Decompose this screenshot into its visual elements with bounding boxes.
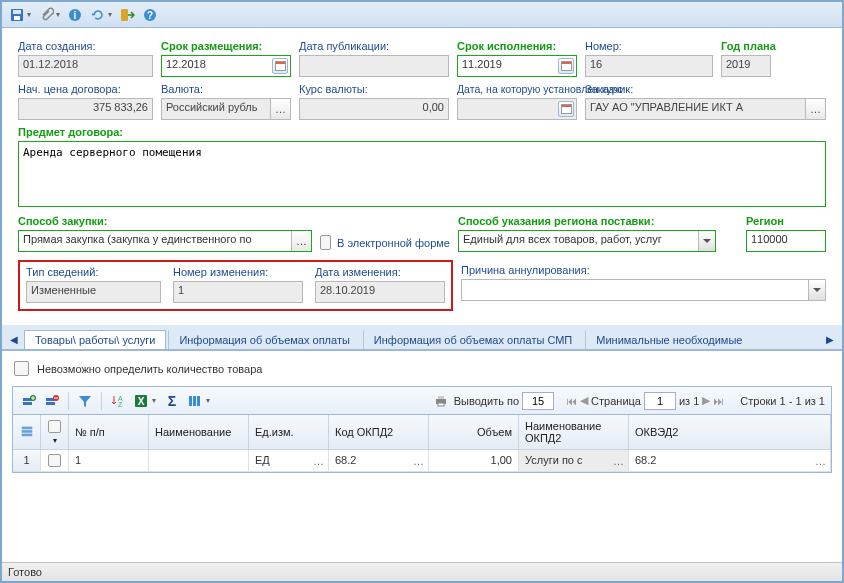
svg-rect-24: [438, 403, 444, 406]
tab-payment-info[interactable]: Информация об объемах оплаты: [168, 330, 360, 349]
refresh-icon[interactable]: [87, 4, 109, 26]
field-placement-deadline[interactable]: 12.2018: [161, 55, 291, 77]
field-page-size[interactable]: [522, 392, 554, 410]
help-icon[interactable]: ?: [139, 4, 161, 26]
field-plan-year: 2019: [721, 55, 771, 77]
field-date-created: 01.12.2018: [18, 55, 153, 77]
label-execution-deadline: Срок исполнения:: [457, 40, 577, 52]
svg-rect-1: [13, 10, 21, 14]
tab-minimum-req[interactable]: Минимальные необходимые: [585, 330, 753, 349]
grid-add-icon[interactable]: [19, 391, 39, 411]
label-page: Страница: [591, 395, 641, 407]
cell-okpd2[interactable]: 68.2…: [329, 450, 429, 472]
calendar-icon[interactable]: [558, 58, 574, 74]
grid-print-icon[interactable]: [431, 391, 451, 411]
cell-okved2[interactable]: 68.2…: [629, 450, 831, 472]
save-dropdown[interactable]: ▾: [27, 10, 31, 19]
label-cannot-determine-qty: Невозможно определить количество товара: [37, 363, 262, 375]
svg-rect-21: [197, 396, 200, 406]
field-region[interactable]: 110000: [746, 230, 826, 252]
lookup-icon[interactable]: …: [270, 99, 290, 119]
grid-columns-icon[interactable]: [185, 391, 205, 411]
field-purchase-method[interactable]: Прямая закупка (закупка у единственного …: [18, 230, 312, 252]
grid-filter-icon[interactable]: [75, 391, 95, 411]
attach-icon[interactable]: [35, 4, 57, 26]
cell-volume[interactable]: 1,00: [429, 450, 519, 472]
svg-rect-23: [438, 396, 444, 399]
cell-unit[interactable]: ЕД…: [249, 450, 329, 472]
attach-dropdown[interactable]: ▾: [56, 10, 60, 19]
dropdown-icon[interactable]: [808, 280, 825, 300]
excel-dropdown[interactable]: ▾: [152, 396, 156, 405]
label-exchange-rate: Курс валюты:: [299, 83, 449, 95]
tabs-bar: ◀ Товары\ работы\ услуги Информация об о…: [2, 325, 842, 351]
label-output-by: Выводить по: [454, 395, 519, 407]
columns-dropdown[interactable]: ▾: [206, 396, 210, 405]
calendar-icon[interactable]: [558, 101, 574, 117]
col-unit[interactable]: Ед.изм.: [249, 415, 329, 450]
svg-rect-2: [14, 16, 20, 20]
calendar-icon[interactable]: [272, 58, 288, 74]
tab-scroll-left[interactable]: ◀: [6, 329, 22, 349]
exit-icon[interactable]: [116, 4, 138, 26]
tab-goods[interactable]: Товары\ работы\ услуги: [24, 330, 166, 351]
table-row[interactable]: 1 1 ЕД… 68.2… 1,00 Услуги по с… 68.2…: [13, 450, 831, 472]
cell-num[interactable]: 1: [69, 450, 149, 472]
label-region: Регион: [746, 215, 826, 227]
checkbox-electronic[interactable]: [320, 235, 331, 250]
col-okved2[interactable]: ОКВЭД2: [629, 415, 831, 450]
tab-payment-smp[interactable]: Информация об объемах оплаты СМП: [363, 330, 583, 349]
label-rate-date: Дата, на которую установлен курс: [457, 83, 577, 95]
field-customer[interactable]: ГАУ АО "УПРАВЛЕНИЕ ИКТ А…: [585, 98, 826, 120]
page-next-icon[interactable]: ▶: [702, 394, 710, 407]
checkbox-cannot-determine-qty[interactable]: [14, 361, 29, 376]
label-change-date: Дата изменения:: [315, 266, 445, 278]
grid-delete-icon[interactable]: [42, 391, 62, 411]
svg-text:?: ?: [147, 10, 153, 21]
label-cancel-reason: Причина аннулирования:: [461, 264, 826, 276]
page-last-icon[interactable]: ⏭: [713, 395, 724, 407]
field-currency[interactable]: Российский рубль…: [161, 98, 291, 120]
save-icon[interactable]: [6, 4, 28, 26]
col-num[interactable]: № п/п: [69, 415, 149, 450]
col-name[interactable]: Наименование: [149, 415, 249, 450]
cell-name[interactable]: [149, 450, 249, 472]
col-row-selector[interactable]: [13, 415, 41, 450]
field-date-published: [299, 55, 449, 77]
page-prev-icon[interactable]: ◀: [580, 394, 588, 407]
tab-scroll-right[interactable]: ▶: [822, 329, 838, 349]
field-exchange-rate: 0,00: [299, 98, 449, 120]
col-volume[interactable]: Объем: [429, 415, 519, 450]
label-currency: Валюта:: [161, 83, 291, 95]
lookup-icon[interactable]: …: [805, 99, 825, 119]
col-okpd2name[interactable]: Наименование ОКПД2: [519, 415, 629, 450]
field-page-num[interactable]: [644, 392, 676, 410]
label-electronic: В электронной форме: [337, 237, 450, 250]
refresh-dropdown[interactable]: ▾: [108, 10, 112, 19]
field-execution-deadline[interactable]: 11.2019: [457, 55, 577, 77]
grid-sort-icon[interactable]: AZ: [108, 391, 128, 411]
label-start-price: Нач. цена договора:: [18, 83, 153, 95]
svg-text:i: i: [74, 10, 77, 21]
cell-okpd2name: Услуги по с…: [519, 450, 629, 472]
col-checkbox[interactable]: ▾: [41, 415, 69, 450]
label-date-created: Дата создания:: [18, 40, 153, 52]
dropdown-icon[interactable]: [698, 231, 715, 251]
cell-checkbox[interactable]: [41, 450, 69, 472]
svg-rect-27: [21, 433, 32, 436]
grid-excel-icon[interactable]: X: [131, 391, 151, 411]
status-bar: Готово: [2, 562, 842, 581]
page-first-icon[interactable]: ⏮: [566, 395, 577, 407]
svg-rect-20: [193, 396, 196, 406]
label-date-published: Дата публикации:: [299, 40, 449, 52]
field-cancel-reason[interactable]: [461, 279, 826, 301]
field-rate-date[interactable]: [457, 98, 577, 120]
lookup-icon[interactable]: …: [291, 231, 311, 251]
field-region-method[interactable]: Единый для всех товаров, работ, услуг: [458, 230, 716, 252]
label-plan-year: Год плана: [721, 40, 771, 52]
grid-sum-icon[interactable]: Σ: [162, 391, 182, 411]
info-icon[interactable]: i: [64, 4, 86, 26]
field-contract-subject[interactable]: Аренда серверного помещения: [18, 141, 826, 207]
col-okpd2[interactable]: Код ОКПД2: [329, 415, 429, 450]
svg-rect-19: [189, 396, 192, 406]
